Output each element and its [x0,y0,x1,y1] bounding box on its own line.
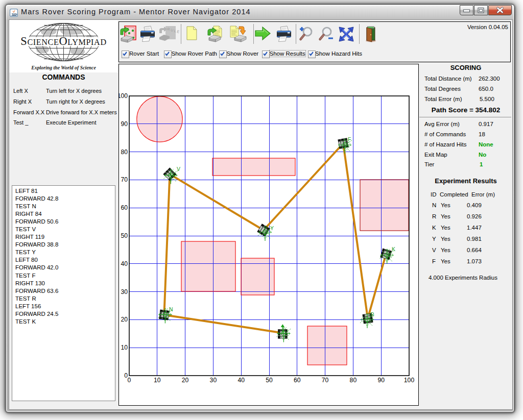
svg-text:50: 50 [121,232,128,239]
svg-text:60: 60 [294,377,301,384]
svg-text:90: 90 [377,377,385,384]
svg-text:Y: Y [270,225,274,231]
svg-text:40: 40 [121,260,128,267]
svg-text:100: 100 [119,92,128,100]
svg-text:V: V [177,166,180,172]
svg-text:20: 20 [182,377,189,384]
svg-text:80: 80 [121,149,128,156]
svg-text:F: F [348,136,351,142]
svg-text:40: 40 [237,377,245,384]
svg-text:10: 10 [154,377,161,384]
svg-text:60: 60 [121,204,128,211]
svg-text:0: 0 [124,372,128,379]
svg-text:90: 90 [121,120,128,128]
svg-text:30: 30 [121,288,128,295]
svg-text:K: K [392,246,395,252]
svg-text:70: 70 [322,377,329,384]
svg-text:Exploring the World of Science: Exploring the World of Science [31,65,96,70]
svg-text:30: 30 [210,377,217,384]
svg-text:50: 50 [266,377,273,384]
svg-text:N: N [169,306,173,312]
svg-text:10: 10 [121,344,128,351]
svg-text:R: R [370,311,374,317]
svg-text:100: 100 [404,377,415,384]
svg-text:0: 0 [128,377,131,384]
svg-text:80: 80 [350,377,357,384]
svg-text:20: 20 [121,316,128,323]
svg-text:70: 70 [121,176,128,183]
